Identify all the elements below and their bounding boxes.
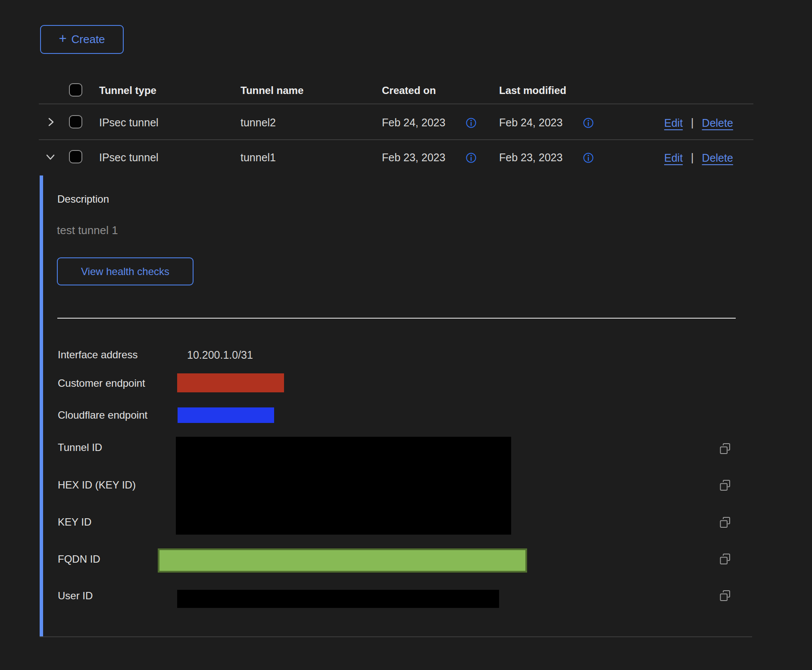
copy-icon-fqdn-id[interactable] <box>718 552 732 566</box>
delete-link-tunnel2[interactable]: Delete <box>702 117 733 129</box>
column-header-tunnel-type: Tunnel type <box>99 85 156 97</box>
view-health-checks-button[interactable]: View health checks <box>57 257 194 285</box>
header-divider <box>39 103 753 104</box>
create-button[interactable]: + Create <box>40 25 124 54</box>
description-value: test tunnel 1 <box>57 224 118 237</box>
fqdn-id-label: FQDN ID <box>58 553 100 565</box>
copy-icon-key-id[interactable] <box>718 516 732 529</box>
row-divider <box>39 139 753 140</box>
interface-address-label: Interface address <box>58 349 137 361</box>
last-modified-cell: Feb 24, 2023 <box>499 116 562 128</box>
hex-id-label: HEX ID (KEY ID) <box>58 479 136 491</box>
tunnel-id-label: Tunnel ID <box>58 441 102 454</box>
copy-icon-hex-id[interactable] <box>718 479 732 492</box>
column-header-tunnel-name: Tunnel name <box>240 85 303 97</box>
tunnels-page: + Create Tunnel type Tunnel name Created… <box>0 0 812 670</box>
column-header-created-on: Created on <box>382 85 436 97</box>
info-icon[interactable] <box>465 117 477 128</box>
plus-icon: + <box>59 31 66 47</box>
customer-endpoint-label: Customer endpoint <box>58 377 145 389</box>
tunnel-hex-key-id-redacted-values <box>176 437 511 535</box>
column-header-last-modified: Last modified <box>499 85 566 97</box>
tunnel-name-cell: tunnel1 <box>240 151 276 163</box>
row-checkbox-tunnel2[interactable] <box>69 115 82 128</box>
key-id-label: KEY ID <box>58 516 91 528</box>
chevron-right-icon[interactable] <box>44 116 57 128</box>
view-health-checks-label: View health checks <box>81 266 169 278</box>
tunnel-type-cell: IPsec tunnel <box>99 151 159 163</box>
interface-address-value: 10.200.1.0/31 <box>187 349 253 361</box>
delete-link-tunnel1[interactable]: Delete <box>702 152 733 164</box>
fqdn-id-redacted-value <box>158 548 527 573</box>
expanded-row-accent-bar <box>40 175 43 637</box>
created-on-cell: Feb 23, 2023 <box>382 151 445 163</box>
edit-link-tunnel1[interactable]: Edit <box>664 152 683 164</box>
tunnel-name-cell: tunnel2 <box>240 116 276 128</box>
copy-icon-tunnel-id[interactable] <box>718 442 732 456</box>
user-id-label: User ID <box>58 590 93 602</box>
description-label: Description <box>57 193 109 205</box>
panel-bottom-divider <box>40 636 752 637</box>
last-modified-cell: Feb 23, 2023 <box>499 151 562 163</box>
user-id-redacted-value <box>177 590 499 608</box>
select-all-checkbox[interactable] <box>69 83 82 97</box>
customer-endpoint-redacted-value <box>177 373 284 392</box>
create-button-label: Create <box>72 33 105 46</box>
info-icon[interactable] <box>583 117 594 128</box>
section-divider <box>57 318 736 319</box>
cloudflare-endpoint-redacted-value <box>178 407 274 423</box>
copy-icon-user-id[interactable] <box>718 589 732 603</box>
info-icon[interactable] <box>583 152 594 163</box>
info-icon[interactable] <box>465 152 477 163</box>
edit-link-tunnel2[interactable]: Edit <box>664 117 683 129</box>
action-separator: | <box>691 151 694 164</box>
chevron-down-icon[interactable] <box>44 150 57 163</box>
row-checkbox-tunnel1[interactable] <box>69 150 82 163</box>
created-on-cell: Feb 24, 2023 <box>382 116 445 128</box>
action-separator: | <box>691 116 694 129</box>
cloudflare-endpoint-label: Cloudflare endpoint <box>58 409 147 421</box>
tunnel-type-cell: IPsec tunnel <box>99 116 159 128</box>
